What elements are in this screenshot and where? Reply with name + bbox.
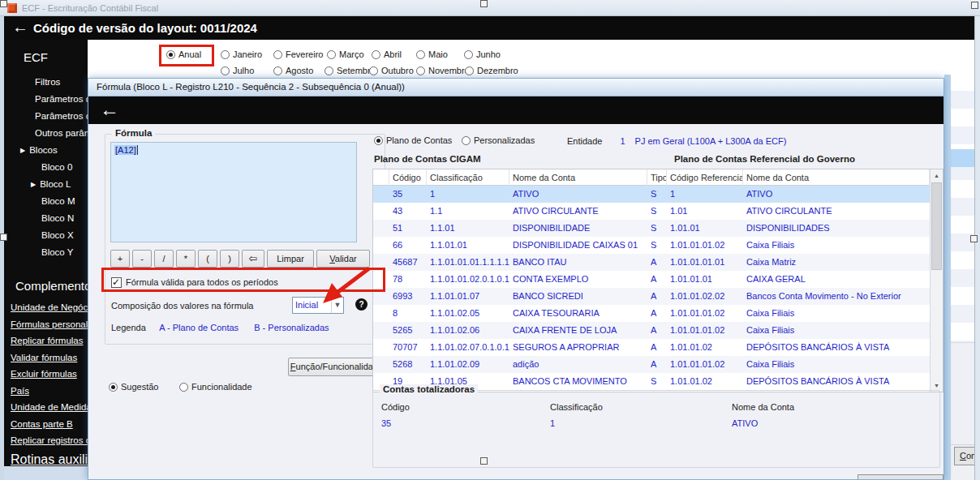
table-row[interactable]: 81.1.01.02.05CAIXA TESOURARIAA1.01.01.01… xyxy=(373,305,943,322)
period-radio-outubro[interactable]: Outubro xyxy=(369,66,414,75)
sidebar-link-excluir-formulas[interactable]: Excluir fórmulas xyxy=(4,366,88,383)
cell-cod-ref: 1.01.01.02 xyxy=(667,339,743,356)
plus-button[interactable]: + xyxy=(110,250,130,268)
sidebar-item-bloco-x[interactable]: Bloco X xyxy=(4,227,88,244)
sidebar-item-filtros[interactable]: Filtros xyxy=(4,74,88,91)
sidebar-menu: Filtros Parâmetros de Parâmetros co Outr… xyxy=(4,74,88,261)
period-radio-dezembro[interactable]: Dezembro xyxy=(465,66,518,75)
period-radio-agosto[interactable]: Agosto xyxy=(273,66,313,75)
table-row[interactable]: 351ATIVOS1ATIVO xyxy=(373,186,943,203)
table-row[interactable]: 707071.1.01.02.07.0.1.0.1.0SEGUROS A APR… xyxy=(373,339,943,356)
table-row[interactable]: 456871.1.01.01.01.1.1.1.1.1BANCO ITAUA1.… xyxy=(373,254,943,271)
sidebar-item-bloco-y[interactable]: Bloco Y xyxy=(4,244,88,261)
cell-tipo: A xyxy=(647,322,667,339)
checkbox-label: Fórmula válida para todos os períodos xyxy=(126,277,278,287)
sidebar-link-rotinas-auxiliares[interactable]: Rotinas auxili xyxy=(11,452,88,467)
validar-button[interactable]: Validar xyxy=(316,250,370,268)
cell-nome-gov: Caixa Filiais xyxy=(743,356,930,373)
sidebar-item-parametros-co[interactable]: Parâmetros co xyxy=(4,108,88,125)
sidebar-link-formulas-personalizadas[interactable]: Fórmulas personal xyxy=(4,316,88,333)
period-radio-abril[interactable]: Abril xyxy=(372,49,402,59)
table-scrollbar[interactable]: ▲ ▼ xyxy=(930,169,943,392)
cell-nome-gov: ATIVO CIRCULANTE xyxy=(743,203,930,220)
table-row[interactable]: 511.1.01DISPONIBILIDADES1.01.01DISPONIBI… xyxy=(373,220,943,237)
table-row[interactable]: 69931.1.01.01.07BANCO SICREDIA1.01.01.02… xyxy=(373,288,943,305)
table-row[interactable]: 52651.1.01.02.06CAIXA FRENTE DE LOJAA1.0… xyxy=(373,322,943,339)
formula-input[interactable]: [A12] xyxy=(110,142,357,242)
funcionalidade-radio[interactable]: Funcionalidade xyxy=(179,382,252,392)
minus-button[interactable]: - xyxy=(132,250,152,268)
window-titlebar: ECF - Escrituração Contábil Fiscal xyxy=(0,0,980,16)
total-value-classificacao: 1 xyxy=(550,418,555,428)
entidade-label: Entidade xyxy=(567,136,602,146)
cell-nome-gov: ATIVO xyxy=(743,186,930,203)
sidebar-link-replicar-formulas[interactable]: Replicar fórmulas xyxy=(4,332,88,349)
cell-nome: SEGUROS A APROPRIAR xyxy=(509,339,647,356)
help-icon[interactable]: ? xyxy=(355,298,368,311)
plano-de-contas-radio[interactable]: Plano de Contas xyxy=(374,135,452,145)
scrollbar-thumb[interactable] xyxy=(931,182,942,270)
multiply-button[interactable]: * xyxy=(176,250,196,268)
radio-icon xyxy=(327,50,336,59)
cell-tipo: S xyxy=(647,373,667,390)
cell-tipo: A xyxy=(647,271,667,288)
checkbox-checked-icon xyxy=(111,277,122,288)
sidebar-item-bloco-l[interactable]: ▶Bloco L xyxy=(4,176,88,193)
cell-codigo: 78 xyxy=(389,271,427,288)
sidebar-item-bloco-n[interactable]: Bloco N xyxy=(4,210,88,227)
dialog-back-arrow-icon[interactable]: ← xyxy=(100,98,119,121)
sidebar-link-unidade-medida[interactable]: Unidade de Medida xyxy=(4,399,88,416)
period-radio-fevereiro[interactable]: Fevereiro xyxy=(273,49,323,59)
backspace-arrow-button[interactable]: ⇦ xyxy=(242,250,264,268)
table-row[interactable]: 661.1.01.01DISPONIBILIDADE CAIXAS 01S1.0… xyxy=(373,237,943,254)
period-radio-novembro[interactable]: Novembro xyxy=(416,66,470,75)
entidade-row: Entidade1PJ em Geral (L100A + L300A da E… xyxy=(567,136,786,146)
plano-contas-governo-title: Plano de Contas Referencial do Governo xyxy=(674,154,855,164)
page-title: Código de versão do layout: 0011/2024 xyxy=(33,21,257,35)
sidebar-link-pais[interactable]: País xyxy=(4,383,88,400)
funcao-funcionalidade-button[interactable]: Função/Funcionalidade xyxy=(288,358,385,376)
selection-handle xyxy=(480,0,488,7)
period-radio-maio[interactable]: Maio xyxy=(416,49,448,59)
table-row[interactable]: 52681.1.01.02.09adiçãoA1.01.01.01.02Caix… xyxy=(373,356,943,373)
composicao-dropdown[interactable]: Inicial ▼ xyxy=(292,297,344,314)
open-paren-button[interactable]: ( xyxy=(198,250,217,268)
total-header-codigo: Código xyxy=(381,402,410,412)
radio-icon xyxy=(273,50,282,59)
limpar-button[interactable]: Limpar xyxy=(267,250,314,268)
sidebar-link-contas-parte-b[interactable]: Contas parte B xyxy=(4,416,88,433)
dialog-bottom-button-partial[interactable] xyxy=(858,474,943,480)
period-radio-janeiro[interactable]: Janeiro xyxy=(221,49,262,59)
sidebar-link-replicar-registros[interactable]: Replicar registros d xyxy=(4,432,88,449)
selection-handle xyxy=(970,235,978,242)
sidebar-link-unidade-negocio[interactable]: Unidade de Negóci xyxy=(4,299,88,316)
cell-cod-ref: 1.01.01 xyxy=(667,220,743,237)
personalizadas-radio[interactable]: Personalizadas xyxy=(462,135,535,145)
formula-valid-checkbox[interactable]: Fórmula válida para todos os períodos xyxy=(111,277,278,288)
back-arrow-icon[interactable]: ← xyxy=(12,18,28,36)
radio-icon xyxy=(372,50,380,59)
cell-tipo: S xyxy=(647,203,667,220)
sidebar-item-parametros-de[interactable]: Parâmetros de xyxy=(4,91,88,108)
period-radio-setembro[interactable]: Setembro xyxy=(325,66,376,75)
table-row[interactable]: 431.1ATIVO CIRCULANTES1.01ATIVO CIRCULAN… xyxy=(373,203,943,220)
period-radio-julho[interactable]: Julho xyxy=(221,66,254,75)
cell-cod-ref: 1 xyxy=(667,186,743,203)
table-row[interactable]: 781.1.01.01.02.0.1.0.1.0CONTA EXEMPLOA1.… xyxy=(373,271,943,288)
sidebar-item-bloco-0[interactable]: Bloco 0 xyxy=(4,159,88,176)
close-paren-button[interactable]: ) xyxy=(220,250,239,268)
divide-button[interactable]: / xyxy=(154,250,174,268)
cell-tipo: A xyxy=(647,339,667,356)
selection-handle xyxy=(480,457,488,465)
period-radio-junho[interactable]: Junho xyxy=(464,49,501,59)
sidebar-item-blocos[interactable]: ▶Blocos xyxy=(4,142,88,159)
sugestao-radio[interactable]: Sugestão xyxy=(109,382,158,392)
cell-nome-gov: Caixa Filiais xyxy=(743,305,930,322)
sidebar-item-bloco-m[interactable]: Bloco M xyxy=(4,193,88,210)
scroll-up-icon[interactable]: ▲ xyxy=(931,169,943,182)
radio-selected-icon xyxy=(166,50,175,59)
period-radio-marco[interactable]: Março xyxy=(327,49,364,59)
sidebar-link-validar-formulas[interactable]: Validar fórmulas xyxy=(4,349,88,366)
sidebar-item-outros-parametros[interactable]: Outros parâme xyxy=(4,125,88,142)
period-radio-anual[interactable]: Anual xyxy=(166,49,201,59)
